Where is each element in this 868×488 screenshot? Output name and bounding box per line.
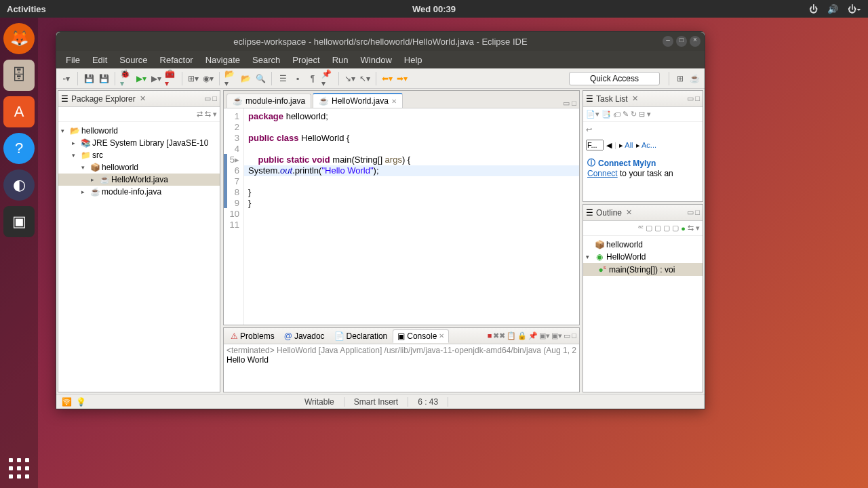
hide-fields-button[interactable]: ▢ xyxy=(646,224,652,232)
new-package-button[interactable]: ⊞▾ xyxy=(187,73,199,85)
tab-helloworld[interactable]: ☕ HelloWorld.java ✕ xyxy=(313,93,403,108)
menu-project[interactable]: Project xyxy=(287,53,325,67)
forward-button[interactable]: ➡▾ xyxy=(396,73,408,85)
menu-edit[interactable]: Edit xyxy=(87,53,113,67)
maximize-button[interactable]: □ xyxy=(676,36,687,47)
link-editor-button[interactable]: ⇆ xyxy=(205,110,211,119)
outline-class[interactable]: HelloWorld xyxy=(606,252,646,262)
help-launcher-icon[interactable]: ? xyxy=(3,133,35,164)
open-console-button[interactable]: ▣▾ xyxy=(551,331,562,340)
minimize-button[interactable]: – xyxy=(663,36,673,47)
hide-nonpublic-button[interactable]: ▢ xyxy=(663,224,670,232)
run-button[interactable]: ▶▾ xyxy=(135,73,147,85)
java-perspective-button[interactable]: ☕ xyxy=(688,73,701,85)
show-whitespace-button[interactable]: ¶ xyxy=(307,73,319,85)
remove-launch-button[interactable]: ✖✖ xyxy=(493,331,505,340)
view-menu-button[interactable]: ▾ xyxy=(213,110,217,119)
tip-icon[interactable]: 💡 xyxy=(76,397,86,407)
terminate-button[interactable]: ■ xyxy=(488,331,492,340)
package-explorer-tree[interactable]: ▾📂helloworld ▸📚JRE System Library [JavaS… xyxy=(58,122,220,201)
open-type-button[interactable]: 📂▾ xyxy=(224,73,237,85)
focus-button[interactable]: ✎ xyxy=(623,110,629,119)
synchronize-button[interactable]: ↻ xyxy=(631,110,637,119)
tree-src[interactable]: src xyxy=(92,150,103,160)
new-class-button[interactable]: ◉▾ xyxy=(202,73,214,85)
open-perspective-button[interactable]: ⊞ xyxy=(674,73,686,85)
prev-annotation-button[interactable]: ↖▾ xyxy=(359,73,371,85)
close-icon[interactable]: ✕ xyxy=(626,208,632,217)
minimize-editor-button[interactable]: ▭ xyxy=(563,99,570,108)
window-titlebar[interactable]: eclipse-workspace - helloworld/src/hello… xyxy=(56,32,705,51)
new-button[interactable]: ▫▾ xyxy=(60,73,73,85)
hide-button[interactable]: ↩ xyxy=(586,125,592,134)
tab-console[interactable]: ▣Console✕ xyxy=(393,329,449,343)
collapse-button[interactable]: ⊟ xyxy=(639,110,645,119)
power-icon[interactable]: ⏻▾ xyxy=(848,4,861,14)
save-all-button[interactable]: 💾 xyxy=(98,73,110,85)
tab-problems[interactable]: ⚠Problems xyxy=(226,330,279,342)
activate-filter[interactable]: ▸ Ac... xyxy=(636,141,656,150)
menu-help[interactable]: Help xyxy=(399,53,428,67)
tab-javadoc[interactable]: @Javadoc xyxy=(280,330,329,342)
all-filter[interactable]: ▸ All xyxy=(619,141,633,150)
clear-find-button[interactable]: ◀ xyxy=(606,141,612,150)
close-button[interactable]: × xyxy=(690,36,701,47)
rss-icon[interactable]: 🛜 xyxy=(62,397,72,407)
clock[interactable]: Wed 00:39 xyxy=(412,4,456,14)
minimize-view-button[interactable]: ▭ xyxy=(687,208,694,217)
menu-navigate[interactable]: Navigate xyxy=(200,53,245,67)
toggle-block-button[interactable]: ▪ xyxy=(292,73,304,85)
eclipse-launcher-icon[interactable]: ◐ xyxy=(3,169,35,201)
display-console-button[interactable]: ▣▾ xyxy=(539,331,550,340)
activities-button[interactable]: Activities xyxy=(7,4,46,14)
categorize-button[interactable]: 📑 xyxy=(601,110,611,119)
menu-search[interactable]: Search xyxy=(247,53,285,67)
network-icon[interactable]: ⏻ xyxy=(809,4,818,14)
menu-source[interactable]: Source xyxy=(114,53,153,67)
outline-method[interactable]: main(String[]) : voi xyxy=(609,265,675,274)
coverage-button[interactable]: ▶▾ xyxy=(150,73,162,85)
link-button[interactable]: ⇆ xyxy=(688,224,694,232)
sort-button[interactable]: ᵃᶻ xyxy=(638,224,644,232)
maximize-view-button[interactable]: □ xyxy=(695,208,700,217)
pin-button[interactable]: 📌▾ xyxy=(321,73,334,85)
collapse-all-button[interactable]: ⇄ xyxy=(197,110,203,119)
tab-module-info[interactable]: ☕ module-info.java xyxy=(226,94,311,108)
find-input[interactable] xyxy=(586,140,604,150)
next-annotation-button[interactable]: ↘▾ xyxy=(344,73,356,85)
focus-active-button[interactable]: ● xyxy=(681,224,686,232)
view-menu-button[interactable]: ▾ xyxy=(647,110,651,119)
maximize-view-button[interactable]: □ xyxy=(212,94,217,103)
view-menu-button[interactable]: ▾ xyxy=(696,224,700,232)
menu-window[interactable]: Window xyxy=(355,53,397,67)
search-button[interactable]: 🔍 xyxy=(254,73,267,85)
outline-pkg[interactable]: helloworld xyxy=(606,240,643,249)
show-applications-button[interactable] xyxy=(9,458,29,479)
menu-refactor[interactable]: Refactor xyxy=(155,53,199,67)
pin-console-button[interactable]: 📌 xyxy=(528,331,538,340)
debug-button[interactable]: 🐞▾ xyxy=(120,73,132,85)
firefox-launcher-icon[interactable]: 🦊 xyxy=(3,23,35,54)
close-icon[interactable]: ✕ xyxy=(140,94,146,103)
open-task-button[interactable]: 📂 xyxy=(239,73,252,85)
minimize-console-button[interactable]: ▭ xyxy=(564,331,570,340)
menu-run[interactable]: Run xyxy=(327,53,354,67)
external-tools-button[interactable]: 🧰▾ xyxy=(165,73,177,85)
clear-console-button[interactable]: 📋 xyxy=(507,331,516,340)
back-button[interactable]: ⬅▾ xyxy=(381,73,393,85)
code-editor[interactable]: 12345▸67891011 package helloworld; publi… xyxy=(224,108,579,325)
maximize-view-button[interactable]: □ xyxy=(695,94,700,103)
menu-file[interactable]: File xyxy=(60,53,85,67)
volume-icon[interactable]: 🔊 xyxy=(827,4,838,14)
tree-file-moduleinfo[interactable]: module-info.java xyxy=(102,187,161,197)
schedule-button[interactable]: 🏷 xyxy=(613,110,620,119)
minimize-view-button[interactable]: ▭ xyxy=(204,94,211,103)
close-icon[interactable]: ✕ xyxy=(632,94,638,103)
quick-access[interactable]: Quick Access xyxy=(569,72,660,85)
tab-declaration[interactable]: 📄Declaration xyxy=(330,330,392,342)
tree-file-helloworld[interactable]: HelloWorld.java xyxy=(111,175,168,184)
maximize-console-button[interactable]: □ xyxy=(572,331,576,340)
scroll-lock-button[interactable]: 🔒 xyxy=(517,331,527,340)
hide-static-button[interactable]: ▢ xyxy=(654,224,661,232)
terminal-launcher-icon[interactable]: ▣ xyxy=(3,206,35,237)
